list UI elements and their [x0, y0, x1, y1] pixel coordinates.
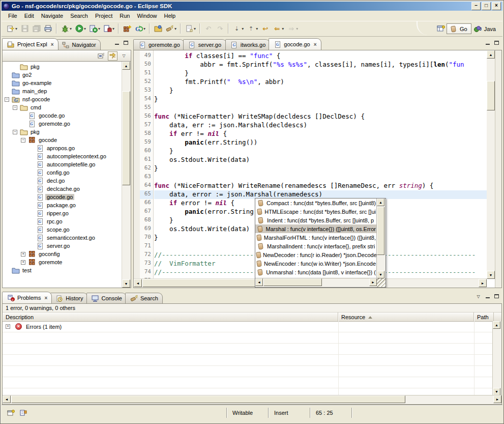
- tree-item-test[interactable]: test: [3, 266, 122, 274]
- editor-maximize-icon[interactable]: [493, 40, 500, 46]
- tree-item-goremote[interactable]: +goremote: [3, 258, 122, 266]
- editor-tab-server-go[interactable]: Gserver.go: [183, 39, 227, 50]
- explorer-vertical-scrollbar[interactable]: ▲ ▼: [122, 62, 131, 288]
- autocomplete-item-htmlescape[interactable]: HTMLEscape : func(dst *bytes.Buffer, src…: [255, 207, 377, 216]
- popup-resize-grip[interactable]: [377, 278, 386, 287]
- minimize-button[interactable]: –: [471, 2, 481, 10]
- tree-item-gocode[interactable]: −gocode: [3, 136, 122, 144]
- menu-project[interactable]: Project: [92, 12, 116, 20]
- external-tools-button[interactable]: ▾: [102, 23, 115, 34]
- problems-vertical-scrollbar[interactable]: ▲ ▼: [492, 321, 501, 395]
- annotation-nav-button[interactable]: ▾: [184, 23, 197, 34]
- autocomplete-item-unmarshal[interactable]: Unmarshal : func(data []uint8, v interfa…: [255, 268, 377, 276]
- tree-item-pkg[interactable]: −pkg: [3, 128, 122, 136]
- tree-item-cmd[interactable]: −cmd: [3, 103, 122, 111]
- expand-icon[interactable]: +: [21, 252, 25, 257]
- tree-item-gocode-go[interactable]: Ggocode.go: [3, 111, 122, 120]
- collapse-all-button[interactable]: [97, 51, 106, 61]
- autocomplete-item-newencoder[interactable]: NewEncoder : func(w io.Writer) *json.Enc…: [255, 259, 377, 268]
- gc-button[interactable]: G▾: [133, 23, 146, 34]
- explorer-maximize-icon[interactable]: [122, 40, 130, 46]
- expand-icon[interactable]: +: [6, 324, 10, 329]
- close-icon[interactable]: ×: [44, 295, 47, 301]
- expand-icon[interactable]: +: [21, 260, 25, 265]
- tree-item-autocompletefile-go[interactable]: Gautocompletefile.go: [3, 160, 122, 168]
- tree-item-declcache-go[interactable]: Gdeclcache.go: [3, 185, 122, 193]
- view-tab-console[interactable]: Console: [86, 293, 127, 303]
- menu-file[interactable]: File: [5, 12, 21, 20]
- column-header-path[interactable]: Path: [474, 313, 494, 321]
- popup-horizontal-scrollbar[interactable]: ◄ ►: [255, 278, 377, 287]
- menu-navigate[interactable]: Navigate: [38, 12, 67, 20]
- editor-tab-goremote-go[interactable]: Ggoremote.go: [133, 39, 185, 50]
- problems-row-errors[interactable]: +×Errors (1 item): [3, 321, 493, 332]
- menu-search[interactable]: Search: [67, 12, 92, 20]
- perspective-go-button[interactable]: Go: [447, 23, 471, 34]
- collapse-icon[interactable]: −: [21, 138, 25, 143]
- editor-tab-itworks-go[interactable]: Gitworks.go: [225, 39, 271, 50]
- editor-vertical-scrollbar[interactable]: ▲ ▼: [487, 50, 495, 279]
- close-icon[interactable]: ×: [314, 42, 317, 47]
- tree-item-goremote-go[interactable]: Ggoremote.go: [3, 120, 122, 128]
- collapse-icon[interactable]: −: [5, 97, 9, 102]
- explorer-tab-project-expl[interactable]: Project Expl×: [2, 38, 58, 50]
- problems-maximize-icon[interactable]: [493, 293, 500, 299]
- tree-item-apropos-go[interactable]: Gapropos.go: [3, 144, 122, 152]
- tree-item-nsf-gocode[interactable]: −Gnsf-gocode: [3, 95, 122, 103]
- link-with-editor-button[interactable]: [108, 51, 117, 61]
- editor-minimize-icon[interactable]: [484, 40, 491, 46]
- prev-annotation-button[interactable]: ⇡▾: [246, 23, 259, 34]
- editor-tab-gocode-go[interactable]: Ggocode.go×: [269, 38, 321, 50]
- autocomplete-item-marshalforhtml[interactable]: MarshalForHTML : func(v interface{}) ([]…: [255, 233, 377, 242]
- autocomplete-item-indent[interactable]: Indent : func(dst *bytes.Buffer, src []u…: [255, 216, 377, 224]
- problems-minimize-icon[interactable]: [484, 293, 491, 299]
- new-wizard-button[interactable]: ▾: [5, 23, 18, 34]
- tree-item-pkg[interactable]: pkg: [3, 63, 122, 71]
- view-tab-history[interactable]: History: [50, 293, 87, 303]
- back-button[interactable]: ⇐▾: [272, 23, 285, 34]
- show-selected-element-icon[interactable]: [19, 409, 28, 417]
- last-edit-button[interactable]: ↩: [260, 23, 271, 34]
- tree-item-decl-go[interactable]: Gdecl.go: [3, 177, 122, 185]
- tree-item-go2[interactable]: go2: [3, 71, 122, 79]
- tree-item-goconfig[interactable]: +goconfig: [3, 250, 122, 258]
- popup-vertical-scrollbar[interactable]: ▲ ▼: [376, 199, 386, 278]
- autocomplete-item-newdecoder[interactable]: NewDecoder : func(r io.Reader) *json.Dec…: [255, 250, 377, 259]
- problems-view-menu-icon[interactable]: ▽: [475, 293, 482, 299]
- tree-item-main-dep[interactable]: main_dep: [3, 87, 122, 95]
- editor-body[interactable]: 4950515253545556575859606162636465666768…: [133, 50, 502, 288]
- column-header-resource[interactable]: Resource: [338, 313, 474, 321]
- fast-view-icon[interactable]: [7, 409, 15, 417]
- problems-table[interactable]: +×Errors (1 item): [3, 321, 493, 395]
- new-package-button[interactable]: [122, 23, 132, 34]
- open-perspective-button[interactable]: [435, 23, 446, 35]
- run-button[interactable]: ▾: [74, 23, 87, 34]
- tree-item-config-go[interactable]: Gconfig.go: [3, 168, 122, 177]
- search-flashlight-button[interactable]: ▾: [164, 23, 177, 34]
- explorer-minimize-icon[interactable]: [113, 40, 121, 46]
- close-icon[interactable]: ×: [51, 42, 54, 47]
- autocomplete-item-compact[interactable]: Compact : func(dst *bytes.Buffer, src []…: [255, 199, 377, 207]
- debug-button[interactable]: ▾: [60, 23, 73, 34]
- problems-horizontal-scrollbar[interactable]: ◄ ►: [3, 395, 501, 404]
- tree-item-gocode-go[interactable]: Ggocode.go: [3, 193, 122, 201]
- tree-item-server-go[interactable]: Gserver.go: [3, 242, 122, 250]
- menu-edit[interactable]: Edit: [21, 12, 38, 20]
- maximize-button[interactable]: □: [482, 2, 491, 10]
- close-button[interactable]: ×: [492, 2, 501, 10]
- menu-help[interactable]: Help: [161, 12, 180, 20]
- perspective-java-button[interactable]: J Java: [471, 23, 499, 34]
- view-tab-search[interactable]: Search: [125, 293, 163, 303]
- tree-item-autocompletecontext-go[interactable]: Gautocompletecontext.go: [3, 152, 122, 160]
- menu-run[interactable]: Run: [116, 12, 133, 20]
- tree-item-package-go[interactable]: Gpackage.go: [3, 201, 122, 209]
- autocomplete-list[interactable]: Compact : func(dst *bytes.Buffer, src []…: [255, 199, 377, 278]
- collapse-icon[interactable]: −: [13, 105, 17, 110]
- column-header-description[interactable]: Description: [3, 313, 338, 321]
- tree-item-go-example[interactable]: go-example: [3, 79, 122, 87]
- collapse-icon[interactable]: −: [13, 130, 17, 134]
- menu-window[interactable]: Window: [133, 12, 160, 20]
- autocomplete-item-marshalindent[interactable]: MarshalIndent : func(v interface{}, pref…: [255, 242, 377, 250]
- tree-item-ripper-go[interactable]: Gripper.go: [3, 209, 122, 217]
- tree-item-semanticcontext-go[interactable]: Gsemanticcontext.go: [3, 234, 122, 242]
